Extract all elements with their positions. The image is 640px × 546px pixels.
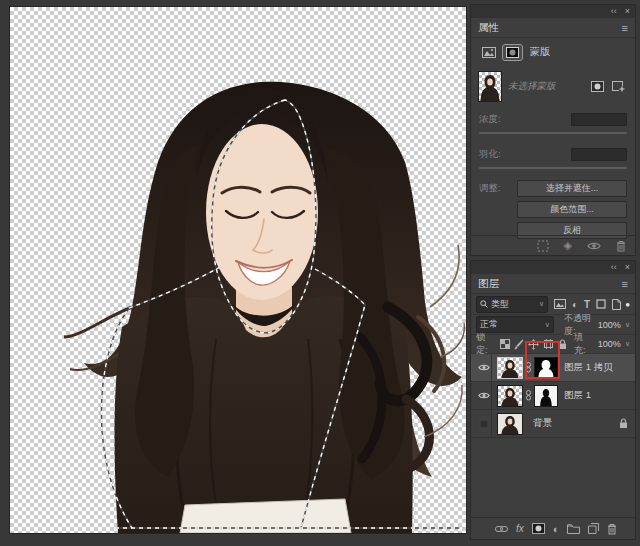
- new-group-folder-icon[interactable]: [567, 524, 580, 534]
- layer-thumbnail[interactable]: [498, 358, 522, 378]
- density-value-field[interactable]: [571, 113, 627, 126]
- close-panel-icon[interactable]: ×: [625, 7, 630, 16]
- panel-menu-icon[interactable]: ≡: [622, 22, 628, 34]
- color-range-button[interactable]: 颜色范围...: [517, 201, 627, 218]
- layer-mask-thumbnail[interactable]: [535, 386, 557, 406]
- panel-menu-icon[interactable]: ≡: [622, 278, 628, 290]
- feather-slider[interactable]: [479, 167, 627, 169]
- apply-mask-icon[interactable]: ◈: [564, 239, 572, 252]
- feather-value-field[interactable]: [571, 148, 627, 161]
- layer-row-layer1[interactable]: 图层 1: [471, 382, 635, 410]
- layer-row-background[interactable]: 背景: [471, 410, 635, 438]
- layer-thumbnail-preview: [479, 72, 501, 101]
- delete-mask-trash-icon[interactable]: [616, 240, 626, 252]
- layer-name[interactable]: 背景: [533, 417, 616, 430]
- search-icon: [480, 300, 488, 308]
- add-mask-icon[interactable]: [612, 80, 625, 92]
- photoshop-workspace: ‹‹ × 属性 ≡ 蒙版 未选择蒙版: [0, 0, 640, 546]
- close-panel-icon[interactable]: ×: [625, 263, 630, 272]
- mask-link-icon[interactable]: [525, 390, 532, 401]
- disable-mask-eye-icon[interactable]: [587, 241, 601, 251]
- visibility-eye-icon[interactable]: [476, 354, 492, 381]
- filter-smart-object-icon[interactable]: [612, 299, 621, 310]
- red-highlight-annotation: [525, 341, 560, 379]
- chevron-down-icon: ∨: [545, 321, 550, 329]
- load-selection-from-mask-icon[interactable]: [537, 240, 549, 252]
- link-layers-icon[interactable]: [495, 525, 508, 533]
- lock-image-pixels-brush-icon[interactable]: [514, 339, 524, 350]
- layer-name[interactable]: 图层 1: [564, 389, 635, 402]
- hair-flyaway: [430, 245, 459, 307]
- layer-style-fx-icon[interactable]: fx: [516, 523, 524, 534]
- opacity-value[interactable]: 100%: [598, 320, 621, 330]
- filter-shape-layers-icon[interactable]: [596, 299, 606, 309]
- fill-label: 填充:: [574, 331, 594, 357]
- refine-label: 调整:: [479, 180, 501, 239]
- layers-panel: ‹‹ × 图层 ≡ 类型 ∨ ◐ T: [470, 260, 636, 540]
- properties-panel: ‹‹ × 属性 ≡ 蒙版 未选择蒙版: [470, 4, 636, 256]
- filter-kind-dropdown[interactable]: 类型 ∨: [476, 296, 548, 313]
- collapse-panel-icon[interactable]: ‹‹: [611, 263, 617, 272]
- filter-adjustment-layers-icon[interactable]: ◐: [572, 299, 578, 310]
- masks-section-label: 蒙版: [530, 45, 550, 59]
- filter-pixel-layers-icon[interactable]: [554, 299, 566, 309]
- add-layer-mask-icon[interactable]: [532, 523, 545, 534]
- filter-switch-icon[interactable]: ●: [625, 300, 630, 309]
- pixel-layer-properties-icon[interactable]: [479, 45, 498, 60]
- new-adjustment-layer-icon[interactable]: ◐: [553, 523, 560, 535]
- feather-label: 羽化:: [479, 148, 501, 161]
- chevron-down-icon: ∨: [625, 340, 630, 348]
- density-label: 浓度:: [479, 113, 501, 126]
- select-and-mask-button[interactable]: 选择并遮住...: [517, 180, 627, 197]
- mask-properties-icon[interactable]: [503, 45, 522, 60]
- chevron-down-icon: ∨: [625, 321, 630, 329]
- portrait-image: [10, 7, 466, 533]
- chevron-down-icon: ∨: [539, 300, 544, 308]
- filter-type-layers-icon[interactable]: T: [584, 299, 590, 310]
- fill-value[interactable]: 100%: [598, 339, 621, 349]
- new-layer-icon[interactable]: [588, 523, 599, 534]
- delete-layer-trash-icon[interactable]: [607, 523, 617, 535]
- document-canvas[interactable]: [10, 7, 466, 533]
- properties-panel-title[interactable]: 属性: [478, 21, 499, 35]
- no-mask-selected-text: 未选择蒙版: [508, 80, 584, 93]
- density-slider[interactable]: [479, 132, 627, 134]
- background-lock-icon: [619, 418, 628, 429]
- layer-thumbnail[interactable]: [498, 386, 522, 406]
- collapse-panel-icon[interactable]: ‹‹: [611, 7, 617, 16]
- layer-name[interactable]: 图层 1 拷贝: [564, 361, 635, 374]
- visibility-eye-icon[interactable]: [476, 382, 492, 409]
- layer-thumbnail[interactable]: [498, 414, 522, 434]
- lock-transparent-pixels-icon[interactable]: [500, 339, 510, 349]
- select-mask-icon[interactable]: [591, 81, 604, 92]
- visibility-empty-checkbox[interactable]: [476, 410, 492, 437]
- layers-panel-title[interactable]: 图层: [478, 277, 499, 291]
